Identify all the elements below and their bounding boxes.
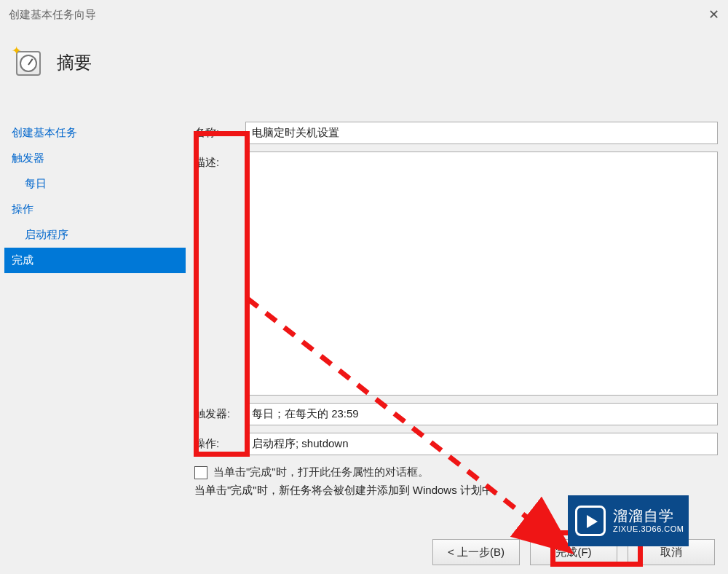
close-icon[interactable]: ✕ <box>690 7 719 23</box>
watermark-title: 溜溜自学 <box>613 507 684 524</box>
watermark-badge: 溜溜自学 ZIXUE.3D66.COM <box>568 495 689 546</box>
content-area: 创建基本任务触发器每日操作启动程序完成 名称: 描述: 触发器: 操作: 当单击… <box>0 113 728 523</box>
wizard-sidebar: 创建基本任务触发器每日操作启动程序完成 <box>0 113 186 523</box>
wizard-header: ✦ 摘要 <box>0 29 728 113</box>
play-icon <box>575 506 606 536</box>
window-title: 创建基本任务向导 <box>9 8 690 22</box>
clock-schedule-icon: ✦ <box>13 47 42 76</box>
name-label: 名称: <box>194 122 245 140</box>
description-label: 描述: <box>194 152 245 170</box>
sidebar-item-0[interactable]: 创建基本任务 <box>4 120 186 146</box>
open-properties-checkbox-row[interactable]: 当单击"完成"时，打开此任务属性的对话框。 <box>194 465 718 479</box>
action-value[interactable] <box>245 433 718 455</box>
checkbox-label: 当单击"完成"时，打开此任务属性的对话框。 <box>213 465 429 479</box>
checkbox-icon[interactable] <box>194 466 207 479</box>
sidebar-item-2[interactable]: 每日 <box>4 171 186 197</box>
description-textarea[interactable] <box>245 152 718 396</box>
sidebar-item-5[interactable]: 完成 <box>4 248 186 273</box>
sidebar-item-4[interactable]: 启动程序 <box>4 222 186 248</box>
titlebar: 创建基本任务向导 ✕ <box>0 0 728 29</box>
sidebar-item-3[interactable]: 操作 <box>4 197 186 222</box>
trigger-label: 触发器: <box>194 403 245 421</box>
action-label: 操作: <box>194 433 245 451</box>
page-title: 摘要 <box>57 51 92 74</box>
back-button[interactable]: < 上一步(B) <box>432 539 520 565</box>
watermark-subtitle: ZIXUE.3D66.COM <box>613 524 684 534</box>
sidebar-item-1[interactable]: 触发器 <box>4 146 186 171</box>
summary-panel: 名称: 描述: 触发器: 操作: 当单击"完成"时，打开此任务属性的对话框。 当… <box>186 113 728 523</box>
name-input[interactable] <box>245 122 718 144</box>
trigger-value[interactable] <box>245 403 718 425</box>
